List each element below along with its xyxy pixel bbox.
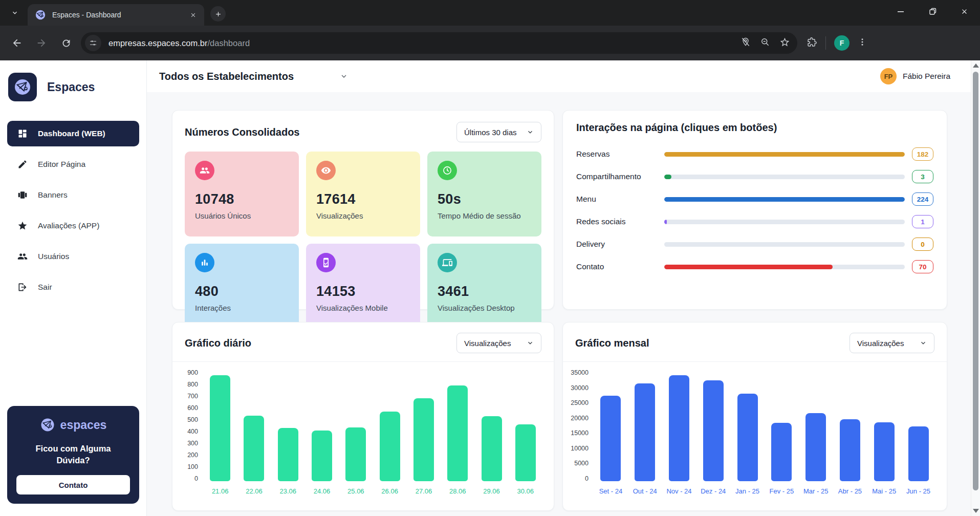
window-close-button[interactable] — [948, 0, 980, 23]
x-axis-label: 22.06 — [237, 487, 271, 495]
x-axis-label: Out - 24 — [628, 487, 662, 495]
back-button-icon[interactable] — [7, 33, 27, 53]
sidebar-item-label: Usuários — [38, 252, 69, 261]
window-controls — [885, 0, 980, 23]
user-name: Fábio Pereira — [903, 72, 950, 81]
main-area: Todos os Estabelecimentos FP Fábio Perei… — [147, 60, 980, 516]
progress-track — [664, 265, 905, 269]
menu-more-icon[interactable] — [858, 37, 867, 49]
window-minimize-button[interactable] — [885, 0, 917, 23]
bar-Set - 24 — [600, 396, 621, 481]
progress-track — [664, 242, 905, 247]
interaction-rows: Reservas182Compartilhamento3Menu224Redes… — [576, 147, 933, 274]
stat-label: Visualizações — [316, 211, 410, 220]
tab-search-chevron-icon[interactable] — [6, 4, 24, 22]
tab-close-icon[interactable] — [187, 9, 199, 21]
omnibox-actions — [741, 37, 790, 50]
banners-icon — [17, 189, 29, 201]
establishment-selector-label: Todos os Estabelecimentos — [159, 71, 294, 82]
stat-label: Usuários Únicos — [195, 211, 289, 220]
sidebar-item-label: Banners — [38, 190, 68, 200]
stat-tile: 3461Visualizações Desktop — [427, 244, 541, 329]
monthly-chart: 35000300002500020000150001000050000Set -… — [563, 362, 947, 495]
period-select-value: Últimos 30 dias — [464, 128, 517, 137]
stat-value: 480 — [195, 284, 289, 299]
url-path: /dashboard — [208, 38, 250, 48]
forward-button-icon[interactable] — [32, 33, 51, 53]
stat-label: Visualizações Desktop — [438, 304, 531, 312]
interaction-label: Reservas — [576, 149, 664, 159]
interaction-label: Compartilhamento — [576, 172, 664, 181]
consolidated-numbers-card: Números Consolidados Últimos 30 dias 107… — [172, 110, 554, 310]
site-settings-tune-icon[interactable] — [85, 35, 101, 51]
browser-tab[interactable]: Espaces - Dashboard — [28, 4, 204, 26]
monthly-metric-select[interactable]: Visualizações — [850, 333, 934, 353]
sidebar-item-label: Avaliações (APP) — [38, 221, 99, 230]
y-axis-tick: 30000 — [570, 385, 594, 391]
scrollbar-thumb[interactable] — [973, 72, 978, 490]
y-axis-tick: 500 — [180, 417, 203, 422]
sidebar-item-usu-rios[interactable]: Usuários — [7, 244, 139, 269]
url-text: empresas.espaces.com.br/dashboard — [108, 38, 741, 48]
bar-slot — [509, 370, 542, 481]
chevron-down-icon — [527, 339, 534, 347]
users-icon — [195, 161, 214, 180]
bar-Nov - 24 — [669, 375, 689, 481]
extensions-icon[interactable] — [807, 37, 817, 50]
stat-value: 14153 — [316, 284, 410, 299]
sidebar-item-dashboard-web[interactable]: Dashboard (WEB) — [7, 121, 139, 146]
y-axis-tick: 25000 — [570, 400, 594, 405]
contact-button[interactable]: Contato — [16, 475, 130, 494]
bar-slot — [628, 370, 662, 481]
bar-Mai - 25 — [874, 422, 895, 481]
profile-avatar[interactable]: F — [834, 35, 850, 51]
bar-Fev - 25 — [771, 423, 792, 481]
x-axis-label: 25.06 — [339, 487, 373, 495]
y-axis: 9008007006005004003002001000 — [180, 370, 203, 481]
progress-fill — [664, 175, 671, 179]
sidebar-item-editor-p-gina[interactable]: Editor Página — [7, 152, 139, 177]
bar-slot — [474, 370, 508, 481]
sidebar-menu: Dashboard (WEB)Editor PáginaBannersAvali… — [0, 121, 146, 300]
user-chip[interactable]: FP Fábio Pereira — [880, 68, 950, 84]
espaces-globe-icon — [40, 417, 55, 433]
page-scrollbar[interactable] — [971, 60, 980, 516]
chart-plot-area: 9008007006005004003002001000 — [180, 370, 542, 481]
period-select[interactable]: Últimos 30 dias — [456, 122, 541, 142]
url-host: empresas.espaces.com.br — [108, 38, 208, 48]
sidebar-item-sair[interactable]: Sair — [7, 274, 139, 300]
location-off-icon[interactable] — [741, 37, 751, 49]
stat-tiles-grid: 10748Usuários Únicos17614Visualizações50… — [185, 152, 541, 329]
bar-slot — [305, 370, 339, 481]
consolidated-title: Números Consolidados — [185, 126, 299, 138]
establishment-selector[interactable]: Todos os Estabelecimentos — [159, 71, 348, 82]
browser-toolbar: empresas.espaces.com.br/dashboard F — [0, 26, 980, 60]
interaction-row: Reservas182 — [576, 147, 933, 161]
help-card-brand: espaces — [60, 418, 107, 432]
count-badge: 0 — [912, 238, 933, 251]
sidebar-item-banners[interactable]: Banners — [7, 182, 139, 208]
scroll-up-arrow-icon[interactable] — [973, 63, 979, 68]
bar-slot — [373, 370, 406, 481]
window-restore-button[interactable] — [917, 0, 948, 23]
daily-metric-select[interactable]: Visualizações — [456, 333, 541, 353]
progress-fill — [664, 197, 905, 202]
bar-slot — [662, 370, 696, 481]
zoom-out-icon[interactable] — [760, 37, 770, 49]
scroll-down-arrow-icon[interactable] — [973, 509, 979, 513]
stat-tile: 50sTempo Médio de sessão — [427, 152, 541, 236]
sidebar-item-avalia-es-app[interactable]: Avaliações (APP) — [7, 213, 139, 239]
user-avatar: FP — [880, 68, 897, 84]
address-bar[interactable]: empresas.espaces.com.br/dashboard — [81, 32, 797, 54]
chart-icon — [195, 253, 214, 272]
reload-button-icon[interactable] — [56, 33, 76, 53]
bar-28.06 — [447, 385, 468, 481]
x-axis-label: Mai - 25 — [867, 487, 901, 495]
x-axis-label: 26.06 — [373, 487, 406, 495]
x-axis-label: 24.06 — [305, 487, 339, 495]
help-card: espaces Ficou com Alguma Dúvida? Contato — [7, 406, 139, 504]
sidebar-item-label: Editor Página — [38, 160, 85, 169]
bookmark-star-icon[interactable] — [779, 37, 790, 50]
monthly-chart-title: Gráfico mensal — [575, 337, 649, 349]
new-tab-button[interactable] — [210, 6, 226, 22]
